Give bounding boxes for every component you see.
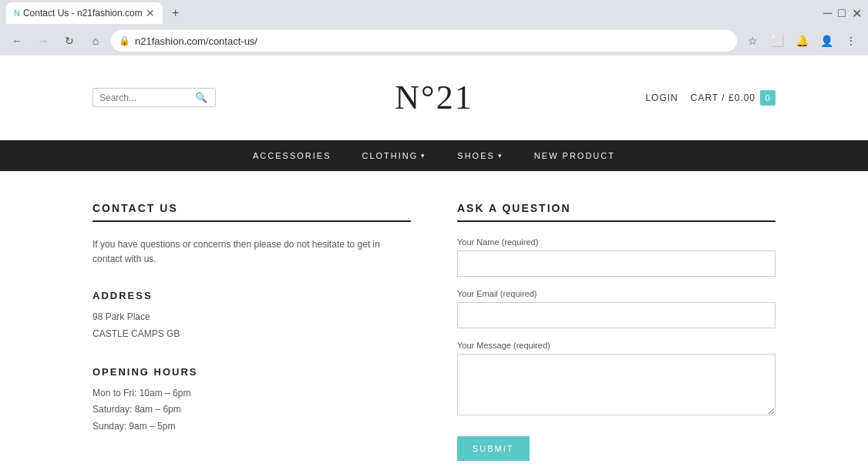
window-controls: ─ □ ✕: [823, 6, 862, 21]
url-text: n21fashion.com/contact-us/: [135, 35, 729, 47]
close-button[interactable]: ✕: [852, 6, 862, 21]
name-field-group: Your Name (required): [457, 237, 775, 277]
form-section-title: ASK A QUESTION: [457, 202, 775, 222]
message-textarea[interactable]: [457, 354, 775, 415]
bookmark-button[interactable]: ☆: [742, 30, 763, 52]
message-label: Your Message (required): [457, 341, 775, 350]
message-field-group: Your Message (required): [457, 341, 775, 418]
tab-bar: N Contact Us - n21fashion.com ✕ + ─ □ ✕: [0, 0, 868, 26]
forward-button[interactable]: →: [32, 30, 54, 52]
clothing-chevron-icon: ▾: [421, 152, 426, 160]
hours-text: Mon to Fri: 10am – 6pm Saturday: 8am – 6…: [93, 385, 411, 435]
hours-title: OPENING HOURS: [93, 366, 411, 378]
back-button[interactable]: ←: [6, 30, 28, 52]
hours-line2: Saturday: 8am – 6pm: [93, 402, 411, 419]
nav-new-product[interactable]: NEW PRODUCT: [534, 151, 615, 160]
site-nav: ACCESSORIES CLOTHING ▾ SHOES ▾ NEW PRODU…: [0, 140, 868, 171]
hours-line3: Sunday: 9am – 5pm: [93, 419, 411, 435]
address-text: 98 Park Place CASTLE CAMPS GB: [93, 309, 411, 342]
main-content: CONTACT US If you have questions or conc…: [0, 171, 868, 464]
nav-accessories-label: ACCESSORIES: [253, 151, 331, 160]
email-field-group: Your Email (required): [457, 289, 775, 328]
submit-button[interactable]: SUBMIT: [457, 436, 530, 461]
site-header: 🔍 N°21 LOGIN CART / £0.00 0: [0, 55, 868, 140]
tab-favicon: N: [14, 8, 20, 18]
right-column: ASK A QUESTION Your Name (required) Your…: [457, 202, 775, 461]
tab-title: Contact Us - n21fashion.com: [23, 8, 143, 18]
menu-button[interactable]: ⋮: [840, 30, 862, 52]
address-title: ADDRESS: [93, 290, 411, 301]
address-line1: 98 Park Place: [93, 309, 411, 326]
cart-label: CART / £0.00: [691, 92, 755, 103]
nav-shoes[interactable]: SHOES ▾: [457, 151, 503, 160]
address-box[interactable]: 🔒 n21fashion.com/contact-us/: [111, 30, 737, 52]
name-label: Your Name (required): [457, 237, 775, 247]
site-logo: N°21: [395, 78, 473, 117]
shoes-chevron-icon: ▾: [498, 152, 503, 160]
contact-section-title: CONTACT US: [93, 202, 411, 222]
home-button[interactable]: ⌂: [85, 30, 106, 52]
new-tab-button[interactable]: +: [166, 3, 186, 23]
active-tab[interactable]: N Contact Us - n21fashion.com ✕: [6, 2, 163, 24]
nav-shoes-label: SHOES: [457, 151, 495, 160]
profile-button[interactable]: 👤: [816, 30, 837, 52]
cart-area[interactable]: CART / £0.00 0: [691, 90, 775, 106]
search-icon[interactable]: 🔍: [195, 92, 207, 103]
address-line2: CASTLE CAMPS GB: [93, 326, 411, 343]
search-area[interactable]: 🔍: [93, 88, 216, 107]
email-input[interactable]: [457, 302, 775, 328]
nav-new-product-label: NEW PRODUCT: [534, 151, 615, 160]
header-right: LOGIN CART / £0.00 0: [645, 90, 775, 106]
notifications-button[interactable]: 🔔: [791, 30, 812, 52]
login-link[interactable]: LOGIN: [645, 92, 678, 103]
nav-accessories[interactable]: ACCESSORIES: [253, 151, 331, 160]
nav-clothing[interactable]: CLOTHING ▾: [362, 151, 427, 160]
security-icon: 🔒: [119, 35, 130, 46]
name-input[interactable]: [457, 250, 775, 277]
maximize-button[interactable]: □: [838, 6, 846, 20]
contact-intro: If you have questions or concerns then p…: [93, 237, 411, 267]
reload-button[interactable]: ↻: [59, 30, 80, 52]
website: 🔍 N°21 LOGIN CART / £0.00 0 ACCESSORIES …: [0, 55, 868, 464]
browser-chrome: N Contact Us - n21fashion.com ✕ + ─ □ ✕ …: [0, 0, 868, 55]
tab-close-button[interactable]: ✕: [146, 8, 155, 18]
search-input[interactable]: [99, 92, 192, 103]
minimize-button[interactable]: ─: [823, 6, 832, 20]
nav-clothing-label: CLOTHING: [362, 151, 419, 160]
toolbar-icons: ☆ ⬜ 🔔 👤 ⋮: [742, 30, 862, 52]
extensions-button[interactable]: ⬜: [766, 30, 788, 52]
left-column: CONTACT US If you have questions or conc…: [93, 202, 411, 461]
email-label: Your Email (required): [457, 289, 775, 298]
address-bar: ← → ↻ ⌂ 🔒 n21fashion.com/contact-us/ ☆ ⬜…: [0, 26, 868, 55]
cart-count: 0: [760, 90, 775, 106]
hours-line1: Mon to Fri: 10am – 6pm: [93, 385, 411, 402]
